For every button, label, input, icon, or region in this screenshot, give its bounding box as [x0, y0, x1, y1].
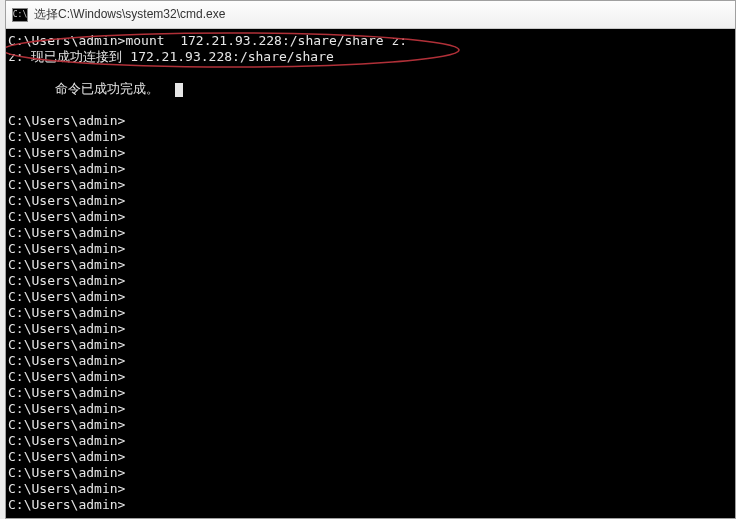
- terminal-prompt-line: C:\Users\admin>: [8, 113, 733, 129]
- terminal-prompt-line: C:\Users\admin>: [8, 385, 733, 401]
- terminal-body[interactable]: C:\Users\admin>mount 172.21.93.228:/shar…: [6, 29, 735, 518]
- terminal-prompt-line: C:\Users\admin>: [8, 129, 733, 145]
- terminal-prompt-line: C:\Users\admin>: [8, 241, 733, 257]
- terminal-line-success: 命令已成功完成。: [8, 65, 733, 113]
- terminal-prompt-line: C:\Users\admin>: [8, 161, 733, 177]
- titlebar[interactable]: C:\ 选择C:\Windows\system32\cmd.exe: [6, 1, 735, 29]
- terminal-prompt-line: C:\Users\admin>: [8, 353, 733, 369]
- terminal-prompt-line: C:\Users\admin>: [8, 417, 733, 433]
- terminal-prompt-line: C:\Users\admin>: [8, 289, 733, 305]
- window-title: 选择C:\Windows\system32\cmd.exe: [34, 6, 225, 23]
- terminal-prompt-line: C:\Users\admin>: [8, 433, 733, 449]
- terminal-line-status: z: 现已成功连接到 172.21.93.228:/share/share: [8, 49, 733, 65]
- cmd-icon: C:\: [12, 8, 28, 22]
- terminal-prompt-line: C:\Users\admin>: [8, 305, 733, 321]
- terminal-prompt-line: C:\Users\admin>: [8, 321, 733, 337]
- terminal-prompt-line: C:\Users\admin>: [8, 257, 733, 273]
- terminal-prompt-line: C:\Users\admin>: [8, 209, 733, 225]
- terminal-prompt-line: C:\Users\admin>: [8, 273, 733, 289]
- text-cursor: [175, 83, 183, 97]
- terminal-prompt-line: C:\Users\admin>: [8, 193, 733, 209]
- terminal-prompt-line: C:\Users\admin>: [8, 497, 733, 513]
- terminal-prompt-line: C:\Users\admin>: [8, 369, 733, 385]
- terminal-prompt-line: C:\Users\admin>: [8, 465, 733, 481]
- success-text: 命令已成功完成。: [55, 81, 159, 96]
- terminal-prompt-line: C:\Users\admin>: [8, 225, 733, 241]
- prompt-lines-container: C:\Users\admin>C:\Users\admin>C:\Users\a…: [8, 113, 733, 513]
- cmd-icon-text: C:\: [13, 11, 27, 19]
- terminal-prompt-line: C:\Users\admin>: [8, 481, 733, 497]
- cmd-window: C:\ 选择C:\Windows\system32\cmd.exe C:\Use…: [5, 0, 736, 519]
- terminal-prompt-line: C:\Users\admin>: [8, 177, 733, 193]
- terminal-prompt-line: C:\Users\admin>: [8, 449, 733, 465]
- terminal-prompt-line: C:\Users\admin>: [8, 401, 733, 417]
- terminal-line-cmd: C:\Users\admin>mount 172.21.93.228:/shar…: [8, 33, 733, 49]
- terminal-prompt-line: C:\Users\admin>: [8, 337, 733, 353]
- terminal-prompt-line: C:\Users\admin>: [8, 145, 733, 161]
